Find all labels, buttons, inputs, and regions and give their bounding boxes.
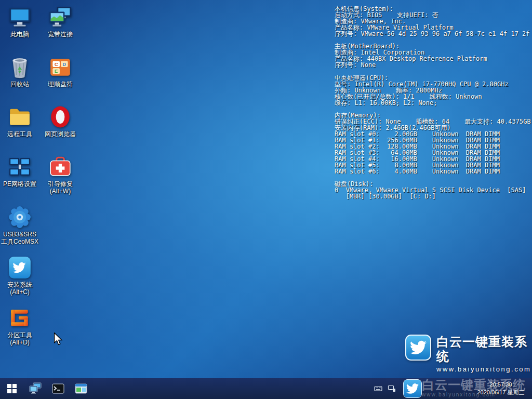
tray-network-icon[interactable] bbox=[388, 384, 396, 393]
folder-icon bbox=[8, 105, 32, 129]
desktop-icon-install-system[interactable]: 安装系统 (Alt+C) bbox=[0, 256, 39, 296]
system-info-line: 外频: Unknown 频率: 2800MHz bbox=[335, 87, 532, 94]
brand-title: 白云一键重装系统 bbox=[436, 335, 532, 364]
drive-letters-icon: CDE bbox=[48, 55, 72, 79]
desktop-icon-this-pc[interactable]: 此电脑 bbox=[0, 5, 39, 38]
taskbar-bird-icon[interactable] bbox=[403, 379, 422, 398]
icon-label: 引导修复 (Alt+W) bbox=[48, 180, 73, 195]
clock-date: 2020/06/17 星期三 bbox=[472, 389, 530, 396]
clock-time: 20:57:30 bbox=[472, 381, 530, 389]
icon-label: 安装系统 (Alt+C) bbox=[7, 281, 32, 296]
desktop-icon-recycle-bin[interactable]: 回收站 bbox=[0, 55, 39, 88]
desktop-icon-remote-tools[interactable]: 远程工具 bbox=[0, 105, 39, 138]
window-icon bbox=[74, 382, 88, 395]
bird-app-icon bbox=[8, 256, 32, 280]
system-info-line: 核心数(已开启/总数): 1/1 线程数: Unknown bbox=[335, 94, 532, 100]
system-info-line bbox=[335, 106, 532, 112]
desktop: 此电脑 回收站 远程工具 PE网络设置 USB3&SRS 工具CeoMSX 安装… bbox=[0, 0, 532, 399]
taskbar-app-cmd[interactable] bbox=[47, 378, 70, 399]
icon-label: 宽带连接 bbox=[48, 31, 73, 38]
desktop-icon-broadband[interactable]: 宽带连接 bbox=[41, 5, 80, 38]
brand-text: 白云一键重装系统 www.baiyunxitong.com bbox=[436, 335, 532, 373]
tray-keyboard-icon[interactable] bbox=[374, 384, 382, 393]
diskgenius-icon bbox=[8, 306, 32, 330]
gear-flower-icon bbox=[8, 205, 32, 229]
desktop-icon-usb3-srs-tool[interactable]: USB3&SRS 工具CeoMSX bbox=[0, 205, 39, 245]
icon-label: 此电脑 bbox=[10, 31, 29, 38]
system-info-line: 序列号: None bbox=[335, 62, 532, 68]
desktop-icon-partition-tool[interactable]: 分区工具 (Alt+D) bbox=[0, 306, 39, 346]
system-tray bbox=[374, 378, 396, 399]
taskbar-app-network[interactable] bbox=[24, 378, 47, 399]
this-pc-icon bbox=[8, 5, 32, 29]
system-info-line: [MBR] [30.00GB] [C: D:] bbox=[335, 193, 532, 200]
dual-monitor-icon bbox=[48, 5, 72, 29]
svg-text:E: E bbox=[55, 69, 58, 74]
brand-logo: 白云一键重装系统 www.baiyunxitong.com bbox=[405, 335, 532, 373]
icon-label: 回收站 bbox=[10, 81, 29, 88]
icon-label: USB3&SRS 工具CeoMSX bbox=[1, 231, 38, 245]
icon-label: 远程工具 bbox=[7, 130, 32, 138]
icon-label: 理顺盘符 bbox=[48, 81, 73, 88]
icon-label: 网页浏览器 bbox=[45, 130, 76, 138]
windows-logo-icon bbox=[7, 384, 17, 393]
system-info-line: 型号: Intel(R) Core(TM) i7-7700HQ CPU @ 2.… bbox=[335, 81, 532, 87]
desktop-icon-web-browser[interactable]: 网页浏览器 bbox=[41, 105, 80, 138]
network-screens-icon bbox=[8, 155, 32, 179]
system-info-panel: 本机信息(System):启动方式: BIOS 支持UEFI: 否制造商: VM… bbox=[335, 6, 532, 200]
repair-kit-icon bbox=[48, 155, 72, 179]
svg-text:D: D bbox=[62, 61, 66, 67]
taskbar-clock[interactable]: 20:57:30 2020/06/17 星期三 bbox=[472, 381, 530, 396]
desktop-icon-drive-letters[interactable]: CDE 理顺盘符 bbox=[41, 55, 80, 88]
system-info-line: RAM slot #6: 4.00MB Unknown DRAM DIMM bbox=[335, 168, 532, 175]
taskbar: 白云一键重装系统 www.baiyunxitong.com 20:57:30 2… bbox=[0, 378, 532, 399]
svg-text:C: C bbox=[55, 61, 58, 67]
start-button[interactable] bbox=[0, 378, 24, 399]
system-info-line bbox=[335, 68, 532, 74]
brand-website: www.baiyunxitong.com bbox=[436, 365, 532, 373]
command-prompt-icon bbox=[51, 382, 65, 395]
mouse-cursor bbox=[54, 332, 63, 345]
opera-icon bbox=[48, 105, 72, 129]
system-info-line: 序列号: VMware-56 4d 25 93 96 a7 6f 58-7c e… bbox=[335, 31, 532, 37]
icon-label: PE网络设置 bbox=[3, 180, 36, 188]
brand-bird-icon bbox=[405, 335, 431, 361]
system-info-line: 中央处理器(CPU): bbox=[335, 75, 532, 81]
recycle-bin-icon bbox=[8, 55, 32, 79]
system-info-line: 缓存: L1: 16.00KB; L2: None; bbox=[335, 100, 532, 106]
taskbar-app-explorer[interactable] bbox=[70, 378, 92, 399]
dual-monitor-icon bbox=[29, 382, 42, 395]
desktop-icon-pe-network-settings[interactable]: PE网络设置 bbox=[0, 155, 39, 188]
icon-label: 分区工具 (Alt+D) bbox=[7, 331, 32, 346]
desktop-icon-boot-repair[interactable]: 引导修复 (Alt+W) bbox=[41, 155, 80, 195]
